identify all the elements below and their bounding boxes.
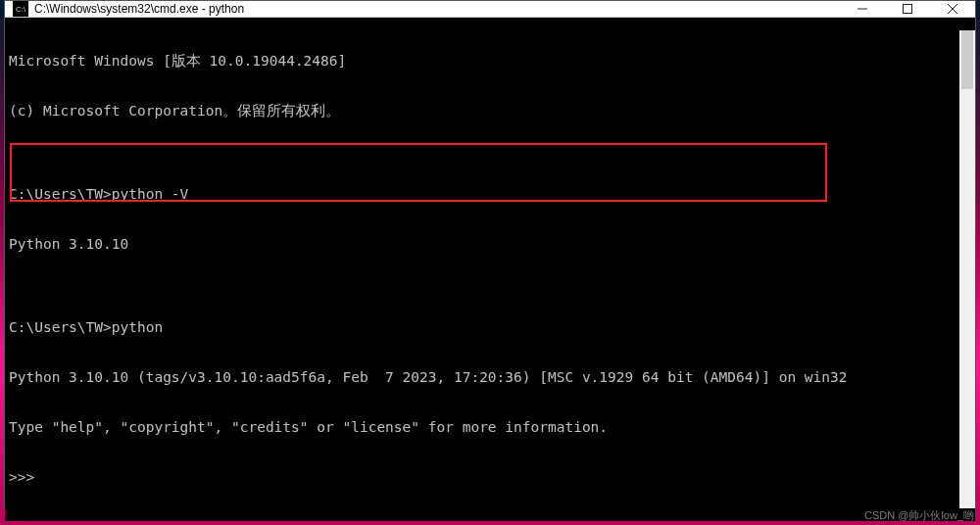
terminal-line: Python 3.10.10 (tags/v3.10.10:aad5f6a, F…	[9, 369, 971, 386]
cmd-icon: C:\	[13, 1, 28, 17]
terminal-line: Python 3.10.10	[9, 236, 971, 253]
window-controls	[840, 1, 975, 17]
terminal-line: Microsoft Windows [版本 10.0.19044.2486]	[9, 53, 971, 70]
cmd-icon-label: C:\	[16, 5, 25, 14]
terminal-line: (c) Microsoft Corporation。保留所有权利。	[9, 103, 971, 119]
watermark: CSDN @帅小伙low_哟	[864, 508, 974, 523]
maximize-button[interactable]	[885, 1, 930, 17]
window-title: C:\Windows\system32\cmd.exe - python	[34, 2, 840, 16]
close-icon	[948, 4, 957, 14]
minimize-button[interactable]	[840, 1, 885, 17]
cmd-window: C:\ C:\Windows\system32\cmd.exe - python…	[4, 0, 976, 509]
terminal-line: C:\Users\TW>python -V	[9, 186, 971, 203]
terminal-line: >>>	[9, 469, 971, 486]
close-button[interactable]	[930, 1, 975, 17]
titlebar[interactable]: C:\ C:\Windows\system32\cmd.exe - python	[5, 1, 975, 18]
svg-rect-1	[904, 5, 912, 14]
terminal-line: C:\Users\TW>python	[9, 319, 971, 336]
minimize-icon	[858, 4, 867, 14]
terminal-line: Type "help", "copyright", "credits" or "…	[9, 419, 971, 436]
terminal-area[interactable]: Microsoft Windows [版本 10.0.19044.2486] (…	[5, 18, 975, 521]
vertical-scrollbar[interactable]	[959, 30, 975, 508]
scrollbar-thumb[interactable]	[961, 30, 973, 89]
maximize-icon	[903, 4, 912, 14]
